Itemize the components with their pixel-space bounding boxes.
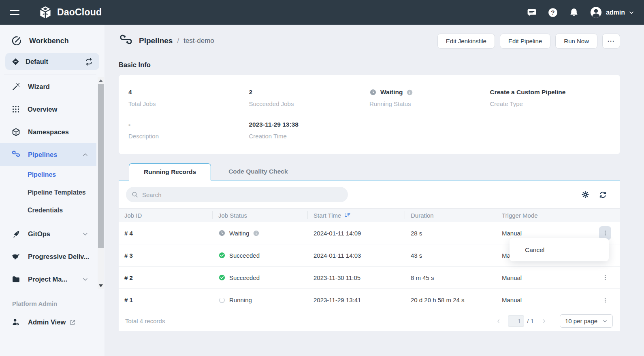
row-actions-kebab-icon[interactable]: [599, 271, 611, 284]
column-header-trigger-mode[interactable]: Trigger Mode: [496, 211, 590, 219]
gitops-rocket-icon: [11, 229, 21, 239]
more-actions-button[interactable]: ···: [602, 34, 620, 49]
field-creation-time: 2023-11-29 13:38 Creation Time: [249, 120, 370, 140]
total-records-text: Total 4 records: [125, 318, 165, 324]
sidebar-subitem-pipelines[interactable]: Pipelines: [0, 166, 96, 184]
search-icon: [131, 191, 139, 198]
brand: DaoCloud: [38, 5, 102, 20]
job-status: Running: [213, 297, 308, 304]
row-actions-kebab-icon[interactable]: [599, 226, 611, 240]
column-header-duration[interactable]: Duration: [405, 211, 496, 219]
sidebar-item-label: Namespaces: [28, 128, 96, 136]
search-input[interactable]: [142, 191, 343, 198]
workbench-header: Workbench: [0, 25, 104, 47]
per-page-value: 10 per page: [565, 318, 597, 324]
admin-user-icon: [11, 318, 21, 327]
edit-pipeline-button[interactable]: Edit Pipeline: [500, 34, 550, 49]
workspace-name: Default: [26, 58, 48, 66]
switch-workspace-icon[interactable]: [85, 57, 93, 66]
field-total-jobs: 4 Total Jobs: [128, 88, 249, 107]
table-settings-gear-icon[interactable]: [581, 191, 589, 199]
breadcrumb-current: test-demo: [183, 37, 214, 45]
edit-jenkinsfile-button[interactable]: Edit Jenkinsfile: [437, 34, 495, 49]
tab-code-quality-check[interactable]: Code Quality Check: [211, 163, 305, 180]
svg-text:?: ?: [551, 9, 554, 16]
table-toolbar: [119, 180, 620, 208]
column-header-job-id[interactable]: Job ID: [119, 211, 213, 219]
avatar-icon: [590, 6, 602, 19]
job-id[interactable]: # 1: [119, 297, 213, 303]
trigger-mode: Manual: [496, 297, 590, 303]
menu-toggle-icon[interactable]: [10, 7, 19, 18]
page-number-input[interactable]: [508, 315, 524, 327]
sidebar-subitem-credentials[interactable]: Credentials: [0, 201, 96, 219]
sidebar-item-label: GitOps: [28, 230, 82, 238]
user-name: admin: [606, 9, 625, 16]
breadcrumb: Pipelines / test-demo Edit Jenkinsfile E…: [119, 33, 620, 49]
column-header-start-time[interactable]: Start Time: [308, 211, 405, 219]
breadcrumb-root[interactable]: Pipelines: [139, 36, 173, 45]
user-menu[interactable]: admin: [590, 6, 634, 19]
info-icon[interactable]: [406, 89, 413, 96]
help-icon[interactable]: ?: [548, 7, 558, 18]
scrollbar-thumb[interactable]: [98, 84, 104, 248]
sort-descending-icon[interactable]: [344, 212, 351, 219]
succeeded-check-icon: [218, 274, 226, 281]
sidebar-item-project-management[interactable]: Project Ma...: [0, 268, 96, 290]
trigger-mode: Manual: [496, 230, 590, 237]
sidebar-item-gitops[interactable]: GitOps: [0, 222, 96, 245]
daocloud-logo-icon: [38, 5, 53, 20]
table-row[interactable]: # 1 Running 2023-11-29 13:41 20 d 20 h 5…: [119, 289, 620, 311]
start-time: 2024-01-11 14:09: [308, 230, 405, 237]
refresh-icon[interactable]: [599, 191, 607, 199]
sidebar-item-label: Progressive Deliv...: [28, 253, 96, 261]
search-box[interactable]: [126, 187, 348, 202]
chevron-up-icon: [82, 152, 88, 158]
chevron-down-icon: [629, 10, 634, 15]
sidebar-item-label: Project Ma...: [28, 275, 82, 283]
sidebar-item-admin-view[interactable]: Admin View: [0, 318, 104, 327]
chevron-down-icon: [82, 276, 88, 282]
notifications-bell-icon[interactable]: [569, 7, 579, 18]
column-header-job-status[interactable]: Job Status: [213, 211, 308, 219]
sidebar-subitem-pipeline-templates[interactable]: Pipeline Templates: [0, 184, 96, 201]
field-succeeded-jobs: 2 Succeeded Jobs: [249, 88, 370, 107]
sidebar-item-label: Pipelines: [28, 151, 82, 159]
sidebar-item-progressive-delivery[interactable]: Progressive Deliv...: [0, 245, 96, 268]
job-id[interactable]: # 2: [119, 274, 213, 281]
scroll-up-arrow[interactable]: [99, 79, 103, 82]
prev-page-icon[interactable]: [493, 318, 504, 324]
sidebar-scrollbar[interactable]: [98, 77, 104, 289]
workbench-icon: [11, 35, 22, 47]
breadcrumb-separator: /: [177, 37, 179, 45]
table-row[interactable]: # 2 Succeeded 2023-11-30 11:05 8 m 45 s …: [119, 267, 620, 289]
tab-running-records[interactable]: Running Records: [129, 163, 211, 180]
succeeded-check-icon: [218, 252, 226, 259]
menu-item-cancel[interactable]: Cancel: [525, 246, 544, 254]
external-link-icon: [69, 319, 76, 326]
row-actions-kebab-icon[interactable]: [599, 293, 611, 307]
job-id[interactable]: # 4: [119, 230, 213, 237]
start-time: 2023-11-30 11:05: [308, 274, 405, 281]
run-now-button[interactable]: Run Now: [555, 34, 597, 49]
row-actions-menu: Cancel: [510, 238, 609, 261]
sidebar-item-pipelines[interactable]: Pipelines: [0, 143, 96, 166]
brand-name: DaoCloud: [57, 7, 102, 18]
next-page-icon[interactable]: [539, 318, 549, 324]
per-page-select[interactable]: 10 per page: [560, 314, 613, 328]
waiting-clock-icon: [218, 229, 226, 237]
sidebar-nav: Wizard Overview Namespaces: [0, 74, 104, 290]
page-count-text: / 1: [527, 318, 534, 324]
job-status: Succeeded: [213, 274, 308, 281]
messages-icon[interactable]: [527, 7, 537, 18]
info-icon[interactable]: [253, 230, 260, 237]
scroll-down-arrow[interactable]: [99, 284, 103, 287]
sidebar-item-wizard[interactable]: Wizard: [0, 75, 96, 98]
job-id[interactable]: # 3: [119, 252, 213, 259]
start-time: 2023-11-29 13:41: [308, 297, 405, 303]
workspace-selector[interactable]: Default: [5, 53, 99, 70]
trigger-mode: Manual: [496, 274, 590, 281]
sidebar-item-overview[interactable]: Overview: [0, 98, 96, 121]
column-header-actions: [590, 211, 620, 219]
sidebar-item-namespaces[interactable]: Namespaces: [0, 121, 96, 143]
